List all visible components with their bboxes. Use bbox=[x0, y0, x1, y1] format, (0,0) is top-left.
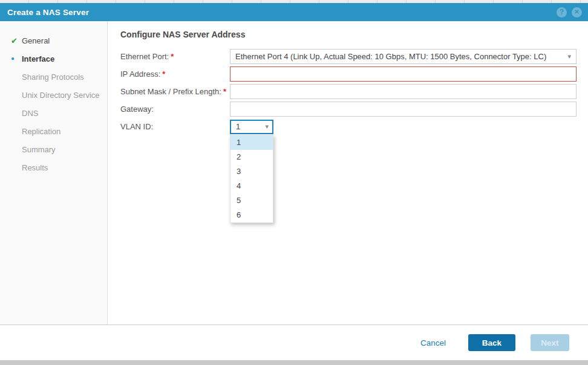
cancel-button[interactable]: Cancel bbox=[420, 338, 446, 347]
check-icon: ✔ bbox=[11, 37, 22, 45]
step-label: Sharing Protocols bbox=[22, 73, 84, 82]
ip-address-row: IP Address:* bbox=[120, 66, 577, 82]
step-label: DNS bbox=[22, 109, 38, 118]
step-label: Summary bbox=[22, 145, 56, 154]
vlan-id-dropdown-list: 1 2 3 4 5 6 bbox=[230, 135, 273, 223]
dialog-titlebar: Create a NAS Server ? ✕ bbox=[0, 3, 588, 21]
ip-address-input[interactable] bbox=[230, 66, 577, 82]
background-page-strip-bottom bbox=[0, 360, 588, 365]
sidebar-item-interface[interactable]: ● Interface bbox=[0, 50, 107, 68]
back-button[interactable]: Back bbox=[468, 334, 515, 351]
label-text: Ethernet Port: bbox=[120, 52, 169, 61]
sidebar-item-results[interactable]: Results bbox=[0, 158, 107, 176]
vlan-option-5[interactable]: 5 bbox=[230, 193, 273, 208]
vlan-id-label: VLAN ID: bbox=[120, 122, 230, 131]
help-icon[interactable]: ? bbox=[557, 7, 567, 18]
gateway-label: Gateway: bbox=[120, 105, 230, 114]
sidebar-item-dns[interactable]: DNS bbox=[0, 104, 107, 122]
vlan-id-value: 1 bbox=[236, 122, 265, 131]
vlan-id-row: VLAN ID: 1 ▾ 1 2 3 4 5 6 bbox=[120, 119, 577, 134]
ethernet-port-value: Ethernet Port 4 (Link Up, Actual Speed: … bbox=[235, 52, 567, 61]
subnet-mask-label: Subnet Mask / Prefix Length:* bbox=[120, 87, 230, 96]
gateway-row: Gateway: bbox=[120, 102, 577, 117]
active-dot-icon: ● bbox=[11, 56, 22, 62]
ip-address-label: IP Address:* bbox=[120, 69, 230, 79]
ethernet-port-label: Ethernet Port:* bbox=[120, 52, 230, 61]
vlan-id-select-wrap: 1 ▾ 1 2 3 4 5 6 bbox=[230, 120, 273, 134]
label-text: Subnet Mask / Prefix Length: bbox=[120, 87, 221, 96]
dialog-footer: Cancel Back Next bbox=[0, 325, 588, 360]
chevron-down-icon: ▾ bbox=[265, 123, 269, 130]
vlan-option-1[interactable]: 1 bbox=[230, 135, 273, 150]
vlan-option-2[interactable]: 2 bbox=[230, 150, 273, 164]
wizard-content: Configure NAS Server Address Ethernet Po… bbox=[108, 21, 588, 325]
subnet-mask-input[interactable] bbox=[230, 84, 577, 99]
vlan-id-select[interactable]: 1 ▾ bbox=[230, 120, 273, 134]
sidebar-item-summary[interactable]: Summary bbox=[0, 140, 107, 158]
sidebar-item-sharing-protocols[interactable]: Sharing Protocols bbox=[0, 68, 107, 86]
step-label: Results bbox=[22, 163, 48, 172]
gateway-input[interactable] bbox=[230, 102, 577, 117]
label-text: VLAN ID: bbox=[120, 122, 153, 131]
required-marker: * bbox=[171, 52, 174, 61]
label-text: IP Address: bbox=[120, 69, 160, 79]
sidebar-item-general[interactable]: ✔ General bbox=[0, 31, 107, 50]
step-label: Replication bbox=[22, 127, 60, 136]
sidebar-item-unix-directory-service[interactable]: Unix Directory Service bbox=[0, 86, 107, 104]
sidebar-item-replication[interactable]: Replication bbox=[0, 122, 107, 140]
vlan-option-6[interactable]: 6 bbox=[230, 208, 273, 222]
page-title: Configure NAS Server Address bbox=[120, 30, 577, 39]
chevron-down-icon: ▾ bbox=[567, 53, 571, 60]
label-text: Gateway: bbox=[120, 105, 154, 114]
close-icon[interactable]: ✕ bbox=[572, 7, 582, 18]
vlan-option-3[interactable]: 3 bbox=[230, 164, 273, 179]
vlan-option-4[interactable]: 4 bbox=[230, 179, 273, 193]
ethernet-port-row: Ethernet Port:* Ethernet Port 4 (Link Up… bbox=[120, 49, 577, 64]
ethernet-port-select[interactable]: Ethernet Port 4 (Link Up, Actual Speed: … bbox=[230, 49, 577, 64]
step-label: Unix Directory Service bbox=[22, 91, 100, 100]
required-marker: * bbox=[223, 87, 226, 96]
dialog-title: Create a NAS Server bbox=[7, 8, 552, 17]
subnet-mask-row: Subnet Mask / Prefix Length:* bbox=[120, 84, 577, 99]
step-label: General bbox=[22, 36, 50, 45]
next-button[interactable]: Next bbox=[531, 334, 569, 351]
step-label: Interface bbox=[22, 54, 54, 63]
dialog-body: ✔ General ● Interface Sharing Protocols … bbox=[0, 21, 588, 325]
required-marker: * bbox=[162, 69, 165, 79]
wizard-steps-sidebar: ✔ General ● Interface Sharing Protocols … bbox=[0, 21, 108, 325]
